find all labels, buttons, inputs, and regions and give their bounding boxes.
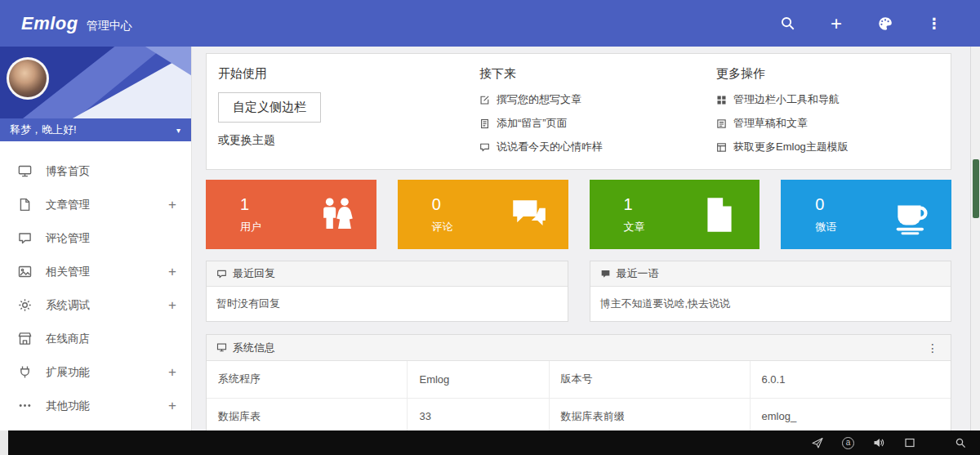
write-article-link[interactable]: 撰写您的想写文章 bbox=[479, 92, 716, 107]
scrollbar[interactable] bbox=[970, 47, 980, 430]
topbar: Emlog 管理中心 + ⋮ bbox=[0, 0, 980, 47]
stat-label: 微语 bbox=[815, 220, 836, 234]
sidebar-item-others[interactable]: 其他功能 + bbox=[0, 389, 191, 422]
monitor-icon bbox=[18, 164, 32, 178]
next-steps-title: 接下来 bbox=[479, 66, 716, 82]
add-icon[interactable]: + bbox=[826, 14, 846, 33]
system-monitor-icon bbox=[216, 342, 227, 353]
getting-started-title: 开始使用 bbox=[218, 66, 479, 82]
expand-plus-icon[interactable]: + bbox=[168, 398, 176, 414]
coffee-icon bbox=[891, 194, 932, 235]
sidebar-item-label: 文章管理 bbox=[46, 198, 168, 212]
scrollbar-thumb[interactable] bbox=[973, 159, 979, 218]
system-info-header: 系统信息 ⋮ bbox=[207, 335, 951, 361]
sidebar-item-comments[interactable]: 评论管理 bbox=[0, 221, 191, 255]
link-label: 添加“留言”页面 bbox=[497, 116, 568, 131]
stat-label: 用户 bbox=[240, 220, 261, 234]
expand-plus-icon[interactable]: + bbox=[168, 364, 176, 381]
search-icon[interactable] bbox=[777, 14, 797, 33]
speaker-icon[interactable] bbox=[872, 436, 885, 449]
window-icon[interactable] bbox=[903, 436, 916, 449]
post-mood-link[interactable]: 说说看今天的心情咋样 bbox=[479, 140, 716, 154]
stat-articles[interactable]: 1 文章 bbox=[590, 180, 760, 249]
sidebar-item-label: 系统调试 bbox=[46, 298, 168, 313]
sidebar-item-extensions[interactable]: 扩展功能 + bbox=[0, 355, 191, 389]
circle-a-icon[interactable]: a bbox=[842, 437, 854, 449]
stat-users[interactable]: 1 用户 bbox=[206, 180, 376, 249]
stat-text: 1 用户 bbox=[240, 195, 261, 234]
note-bubble-icon bbox=[600, 269, 611, 279]
chevron-down-icon: ▾ bbox=[176, 126, 180, 135]
compose-icon bbox=[479, 95, 490, 105]
system-info-title: 系统信息 bbox=[233, 341, 275, 355]
sidebar-item-label: 其他功能 bbox=[46, 399, 168, 413]
content-row: 释梦，晚上好! ▾ 博客首页 文章管理 + bbox=[0, 47, 980, 430]
table-cell: 数据库表 bbox=[207, 398, 408, 430]
topbar-actions: + ⋮ bbox=[777, 14, 944, 33]
sidebar-banner bbox=[0, 47, 191, 118]
sidebar-item-store[interactable]: 在线商店 bbox=[0, 322, 191, 355]
stat-value: 1 bbox=[624, 195, 645, 214]
reply-bubble-icon bbox=[216, 269, 227, 279]
customize-sidebar-button[interactable]: 自定义侧边栏 bbox=[218, 92, 321, 123]
sidebar-item-articles[interactable]: 文章管理 + bbox=[0, 188, 191, 221]
system-info-panel: 系统信息 ⋮ 系统程序 Emlog 版本号 6.0.1 数据 bbox=[206, 334, 951, 430]
table-row: 系统程序 Emlog 版本号 6.0.1 bbox=[207, 361, 951, 398]
admin-center-title: 管理中心 bbox=[87, 19, 132, 33]
recent-note-body: 博主不知道要说啥,快去说说 bbox=[590, 287, 951, 321]
user-greeting-bar[interactable]: 释梦，晚上好! ▾ bbox=[0, 118, 191, 141]
sidebar-item-blog-home[interactable]: 博客首页 bbox=[0, 154, 191, 188]
sidebar: 释梦，晚上好! ▾ 博客首页 文章管理 + bbox=[0, 47, 192, 430]
recent-replies-body: 暂时没有回复 bbox=[207, 287, 568, 321]
sidebar-item-system-debug[interactable]: 系统调试 + bbox=[0, 288, 191, 322]
sidebar-item-related[interactable]: 相关管理 + bbox=[0, 255, 191, 288]
add-guestbook-page-link[interactable]: 添加“留言”页面 bbox=[479, 116, 716, 131]
panel-title: 最近回复 bbox=[233, 266, 275, 281]
manage-widgets-link[interactable]: 管理边栏小工具和导航 bbox=[716, 92, 939, 107]
get-themes-link[interactable]: 获取更多Emlog主题模版 bbox=[716, 140, 939, 154]
expand-plus-icon[interactable]: + bbox=[168, 197, 176, 213]
expand-plus-icon[interactable]: + bbox=[168, 297, 176, 314]
table-cell: Emlog bbox=[408, 361, 549, 398]
table-cell: 数据库表前缀 bbox=[549, 398, 750, 430]
sidebar-item-label: 在线商店 bbox=[46, 332, 176, 346]
brand-name: Emlog bbox=[21, 13, 78, 34]
table-cell: 版本号 bbox=[549, 361, 750, 398]
stat-value: 1 bbox=[240, 195, 261, 214]
more-actions-list: 管理边栏小工具和导航 管理草稿和文章 获取更多Eml bbox=[716, 92, 939, 154]
stat-label: 评论 bbox=[432, 220, 453, 234]
sidebar-item-label: 博客首页 bbox=[46, 164, 176, 179]
stat-notes[interactable]: 0 微语 bbox=[781, 180, 951, 249]
taskbar-search-icon[interactable] bbox=[954, 436, 967, 449]
table-cell: 系统程序 bbox=[207, 361, 408, 398]
brand-logo[interactable]: Emlog 管理中心 bbox=[21, 13, 132, 34]
palette-icon[interactable] bbox=[875, 14, 895, 33]
sidebar-menu: 博客首页 文章管理 + 评论管理 bbox=[0, 141, 191, 430]
change-theme-link[interactable]: 或更换主题 bbox=[218, 133, 275, 148]
stat-comments[interactable]: 0 评论 bbox=[398, 180, 568, 249]
greeting-text: 释梦，晚上好! bbox=[10, 123, 77, 137]
more-actions-column: 更多操作 管理边栏小工具和导航 管理草稿和文章 bbox=[716, 66, 939, 154]
table-row: 数据库表 33 数据库表前缀 emlog_ bbox=[207, 398, 951, 430]
link-label: 获取更多Emlog主题模版 bbox=[733, 140, 849, 154]
sidebar-item-label: 相关管理 bbox=[46, 265, 168, 279]
expand-plus-icon[interactable]: + bbox=[168, 264, 176, 280]
main-content: 开始使用 自定义侧边栏 或更换主题 接下来 撰写您的想写文章 bbox=[192, 47, 980, 430]
panel-title: 最近一语 bbox=[617, 266, 659, 281]
manage-drafts-link[interactable]: 管理草稿和文章 bbox=[716, 116, 939, 131]
widgets-icon bbox=[716, 95, 727, 105]
page-icon bbox=[479, 118, 490, 129]
link-label: 管理边栏小工具和导航 bbox=[733, 92, 840, 107]
panel-kebab-icon[interactable]: ⋮ bbox=[924, 341, 941, 355]
plane-icon[interactable] bbox=[811, 436, 824, 449]
kebab-menu-icon[interactable]: ⋮ bbox=[924, 14, 944, 33]
system-info-table: 系统程序 Emlog 版本号 6.0.1 数据库表 33 数据库表前缀 emlo… bbox=[207, 361, 951, 430]
next-steps-list: 撰写您的想写文章 添加“留言”页面 说说看今天的心情 bbox=[479, 92, 716, 154]
user-avatar[interactable] bbox=[7, 57, 49, 100]
sidebar-item-label: 评论管理 bbox=[46, 231, 176, 246]
link-label: 说说看今天的心情咋样 bbox=[497, 140, 603, 154]
info-panels: 最近回复 暂时没有回复 最近一语 博主不知道要说啥,快去说说 bbox=[206, 261, 951, 322]
sidebar-item-label: 扩展功能 bbox=[46, 365, 168, 380]
table-cell: 33 bbox=[408, 398, 549, 430]
article-icon bbox=[699, 194, 740, 235]
